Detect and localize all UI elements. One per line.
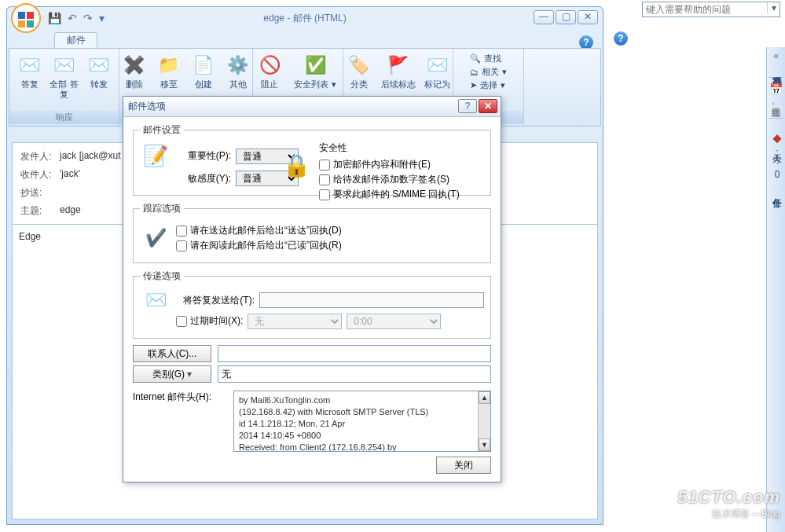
from-value: jack [jack@xut xyxy=(60,150,121,163)
watermark-sub: 技术博客 —Blog xyxy=(677,508,780,521)
help-icon[interactable]: ? xyxy=(614,31,628,46)
reply-to-label: 将答复发送给(T): xyxy=(176,294,255,307)
dialog-title: 邮件选项 xyxy=(128,100,166,113)
calendar-icon[interactable]: 📅 xyxy=(767,81,785,97)
help-search-dropdown[interactable]: ▾ xyxy=(767,2,779,13)
reply-all-button[interactable]: ✉️全部 答复 xyxy=(50,51,79,100)
reply-to-input xyxy=(259,292,484,308)
undo-icon[interactable]: ↶ xyxy=(68,12,77,24)
smime-receipt-checkbox[interactable] xyxy=(319,189,330,200)
window-titlebar: 💾 ↶ ↷ ▾ edge - 邮件 (HTML) — ▢ ✕ xyxy=(7,7,603,29)
svg-point-0 xyxy=(12,4,40,32)
read-receipt-checkbox[interactable] xyxy=(176,240,187,251)
cc-label: 抄送: xyxy=(20,186,60,200)
to-label: 收件人: xyxy=(20,168,60,182)
reply-button[interactable]: ✉️答复 xyxy=(15,51,45,100)
delivery-receipt-label: 请在送达此邮件后给出“送达”回执(D) xyxy=(190,224,342,237)
delete-button[interactable]: ✖️删除 xyxy=(119,51,149,90)
maximize-button[interactable]: ▢ xyxy=(556,10,576,24)
close-window-button[interactable]: ✕ xyxy=(578,10,598,24)
expire-label: 过期时间(X): xyxy=(190,314,243,328)
redo-icon[interactable]: ↷ xyxy=(83,12,93,24)
window-title: edge - 邮件 (HTML) xyxy=(263,12,346,25)
sensitivity-label: 敏感度(Y): xyxy=(176,172,231,185)
mark-as-button[interactable]: ✉️标记为 xyxy=(423,51,453,90)
smime-label: 要求此邮件的 S/MIME 回执(T) xyxy=(333,188,460,201)
settings-legend: 邮件设置 xyxy=(140,123,184,137)
delivery-receipt-checkbox[interactable] xyxy=(176,226,187,237)
tracking-legend: 跟踪选项 xyxy=(140,202,184,215)
qat-more-icon[interactable]: ▾ xyxy=(99,12,105,24)
headers-scrollbar[interactable]: ▲ ▼ xyxy=(478,391,490,451)
followup-button[interactable]: 🚩后续标志 xyxy=(379,51,418,90)
help-search-input[interactable] xyxy=(643,2,765,17)
expire-checkbox[interactable] xyxy=(176,316,187,327)
encrypt-label: 加密邮件内容和附件(E) xyxy=(333,158,431,171)
fieldset-delivery: 传递选项 ✉️ 将答复发送给(T): 过期时间(X): 无 0:00 xyxy=(133,270,491,339)
importance-label: 重要性(P): xyxy=(176,149,231,163)
contacts-input[interactable] xyxy=(218,345,491,362)
lock-icon: 🔒 xyxy=(283,152,310,178)
read-receipt-label: 请在阅读此邮件后给出“已读”回执(R) xyxy=(190,239,342,252)
safe-list-button[interactable]: ✅安全列表 ▾ xyxy=(289,51,341,90)
dialog-help-button[interactable]: ? xyxy=(458,99,477,113)
office-logo-icon xyxy=(10,2,42,34)
related-button[interactable]: 🗂 相关 ▾ xyxy=(470,66,507,78)
task-pane-title: 待办事项栏 xyxy=(767,64,785,74)
minimize-button[interactable]: — xyxy=(534,10,554,24)
task-pane: « 待办事项栏 📅 无近期约会。 ◆ 今天: 0 个任务 xyxy=(766,47,785,532)
tab-mail[interactable]: 邮件 xyxy=(54,32,97,48)
fieldset-tracking: 跟踪选项 ✔️ 请在送达此邮件后给出“送达”回执(D) 请在阅读此邮件后给出“已… xyxy=(133,202,491,263)
encrypt-checkbox[interactable] xyxy=(319,160,330,171)
svg-rect-3 xyxy=(18,20,25,28)
contacts-button[interactable]: 联系人(C)... xyxy=(133,345,211,362)
internet-headers-box[interactable]: by Mail6.XuTonglin.com (192.168.8.42) wi… xyxy=(233,391,491,452)
group-respond-label: 响应 xyxy=(9,111,119,124)
create-button[interactable]: 📄创建 xyxy=(189,51,218,90)
from-label: 发件人: xyxy=(20,150,60,163)
collapse-chevron-icon[interactable]: « xyxy=(767,47,785,64)
fieldset-settings: 邮件设置 📝 重要性(P): 普通 敏感度(Y): 普通 安全性 🔒 加密邮件内… xyxy=(133,123,491,196)
categorize-button[interactable]: 🏷️分类 xyxy=(344,51,374,90)
headers-label: Internet 邮件头(H): xyxy=(133,391,227,452)
scroll-down-icon[interactable]: ▼ xyxy=(479,438,490,451)
subject-value: edge xyxy=(60,204,81,218)
quick-access-toolbar: 💾 ↶ ↷ ▾ xyxy=(48,12,105,24)
other-actions-button[interactable]: ⚙️其他 xyxy=(223,51,253,90)
expire-time-select: 0:00 xyxy=(347,314,441,329)
dialog-titlebar: 邮件选项 ? ✕ xyxy=(123,97,501,117)
delivery-legend: 传递选项 xyxy=(140,270,184,283)
find-button[interactable]: 🔍 查找 xyxy=(470,53,501,64)
watermark: 51CTO.com 技术博客 —Blog xyxy=(677,487,780,521)
svg-rect-1 xyxy=(18,12,25,19)
select-button[interactable]: ➤ 选择 ▾ xyxy=(470,79,505,91)
subject-label: 主题: xyxy=(20,204,60,218)
svg-rect-2 xyxy=(27,12,34,19)
expire-date-select: 无 xyxy=(248,314,342,329)
move-button[interactable]: 📁移至 xyxy=(154,51,184,90)
close-button[interactable]: 关闭 xyxy=(436,457,491,474)
save-icon[interactable]: 💾 xyxy=(48,12,61,24)
scroll-up-icon[interactable]: ▲ xyxy=(479,391,490,404)
watermark-big: 51CTO.com xyxy=(677,487,780,508)
mail-options-dialog: 邮件选项 ? ✕ 邮件设置 📝 重要性(P): 普通 敏感度(Y): 普通 安全… xyxy=(123,96,501,482)
no-appointments-label: 无近期约会。 xyxy=(767,97,785,115)
category-value: 无 xyxy=(218,365,491,383)
today-tasks-label: ◆ 今天: 0 个任务 xyxy=(767,122,785,196)
svg-rect-4 xyxy=(27,20,34,28)
checkmark-icon: ✔️ xyxy=(145,228,167,248)
envelope-icon: ✉️ xyxy=(145,290,167,310)
block-sender-button[interactable]: 🚫阻止 xyxy=(255,51,284,90)
category-button[interactable]: 类别(G) xyxy=(133,365,211,383)
help-search[interactable]: ▾ xyxy=(642,2,780,17)
note-icon: 📝 xyxy=(143,144,168,168)
sign-label: 给待发邮件添加数字签名(S) xyxy=(333,173,449,186)
security-legend: 安全性 xyxy=(319,141,495,155)
to-value: 'jack' xyxy=(60,168,80,182)
sign-checkbox[interactable] xyxy=(319,174,330,185)
forward-button[interactable]: ✉️转发 xyxy=(84,51,114,100)
dialog-close-button[interactable]: ✕ xyxy=(479,99,497,113)
